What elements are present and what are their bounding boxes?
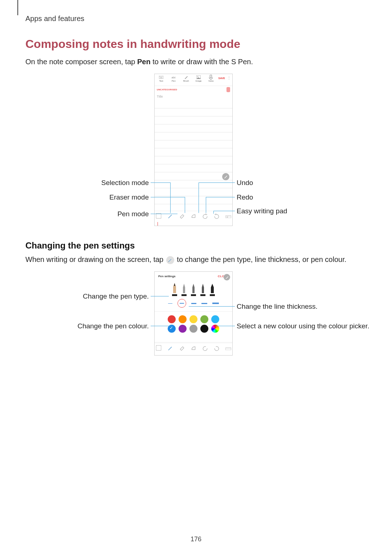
lead-line [185,197,185,213]
colour-red[interactable] [168,315,176,323]
pen-settings-header: Pen settings CLOSE [155,272,232,281]
pen-settings-title: Pen settings [158,275,176,278]
colour-row-2 [155,325,232,336]
intro-paragraph: On the note composer screen, tap Pen to … [25,57,367,67]
thickness-2-selected[interactable] [177,299,186,308]
pen-type-pen[interactable] [191,283,196,296]
toolbar-image[interactable]: Image [193,75,204,82]
svg-rect-0 [159,76,163,79]
pen-type-fountain[interactable] [172,283,177,296]
lead-line [151,214,177,214]
lead-line [206,197,206,213]
mic-icon [209,75,213,79]
figure-pen-settings: Pen settings CLOSE [25,271,367,362]
lead-line [213,211,235,211]
category-label[interactable]: UNCATEGORISED [157,89,177,91]
toolbar-text[interactable]: Text [155,75,167,82]
lead-line [170,182,171,213]
lead-line [215,326,235,326]
colour-lightblue[interactable] [211,315,219,323]
pen-fab-small[interactable] [224,274,230,280]
more-options-icon[interactable]: ⋮ [226,75,232,81]
breadcrumb: Apps and features [25,15,367,23]
svg-rect-1 [160,77,160,77]
redo-icon[interactable] [214,345,220,351]
colour-grey[interactable] [189,325,197,333]
title-input[interactable]: Title [155,93,232,100]
svg-rect-8 [210,75,212,78]
colour-orange[interactable] [179,315,187,323]
section-heading: Composing notes in handwriting mode [25,37,367,51]
pen-settings-icon[interactable] [167,345,173,351]
toolbar-brush-label: Brush [183,80,189,82]
save-button[interactable]: SAVE [217,75,226,81]
writing-canvas[interactable] [155,100,232,211]
brush-icon [184,75,188,79]
colour-purple[interactable] [179,325,187,333]
pen-fab[interactable] [222,173,229,180]
svg-rect-5 [160,78,162,78]
image-icon [196,75,201,79]
colour-green[interactable] [200,315,208,323]
thickness-1[interactable] [168,303,172,304]
redo-icon[interactable] [214,213,220,219]
eraser-icon[interactable] [179,213,185,219]
pen-type-marker[interactable] [209,283,215,296]
undo-icon[interactable] [202,345,208,351]
lead-line [199,182,199,213]
pin-icon[interactable] [226,87,230,92]
category-row: UNCATEGORISED [155,86,232,93]
intro-bold-pen: Pen [137,58,151,66]
svg-point-7 [197,76,198,77]
intro-text-before: On the note composer screen, tap [25,58,137,66]
thickness-3[interactable] [191,303,196,304]
callout-selection-mode: Selection mode [98,179,149,187]
toolbar-voice-label: Voice [208,80,214,82]
lead-line [213,211,214,214]
pen-type-pencil[interactable] [200,283,206,296]
shape-icon[interactable] [191,213,196,219]
bottom-toolbar-2 [155,343,232,353]
toolbar-pen[interactable]: abc Pen [168,75,179,82]
phone-screenshot-2: Pen settings CLOSE [154,271,233,356]
lead-line [199,182,235,183]
callout-pen-colour: Change the pen colour. [62,322,149,330]
callout-colour-picker: Select a new colour using the colour pic… [237,322,346,330]
svg-rect-13 [156,345,161,350]
writing-lines [155,336,232,343]
easy-writing-icon[interactable] [225,345,231,351]
toolbar-image-label: Image [196,80,202,82]
lead-line [151,197,185,197]
toolbar-pen-label: Pen [172,80,176,82]
figure-handwriting: Text abc Pen Brush Image Voice [25,74,367,230]
colour-black[interactable] [200,325,208,333]
pen-settings-inline-icon [166,256,174,264]
pen-type-row [155,281,232,297]
para2-after: to change the pen type, line thickness, … [175,255,347,263]
svg-text:aI: aI [226,216,228,218]
pensettings-paragraph: When writing or drawing on the screen, t… [25,254,367,265]
undo-icon[interactable] [202,213,208,219]
colour-yellow[interactable] [189,315,197,323]
shape-icon[interactable] [191,345,196,351]
eraser-icon[interactable] [179,345,185,351]
callout-eraser-mode: Eraser mode [98,193,149,201]
bottom-toolbar: aI [155,211,232,221]
callout-pen-mode: Pen mode [98,210,149,218]
svg-rect-3 [161,77,162,77]
easy-writing-icon[interactable]: aI [225,213,231,219]
lead-line [151,326,172,326]
toolbar-text-label: Text [159,80,163,82]
pen-type-calligraphy[interactable] [181,283,187,296]
svg-rect-2 [160,77,161,77]
lead-line [189,306,235,307]
toolbar-brush[interactable]: Brush [180,75,192,82]
callout-pen-type: Change the pen type. [73,292,149,300]
selection-icon[interactable] [156,345,162,351]
callout-line-thickness: Change the line thickness. [237,303,318,311]
thickness-5[interactable] [212,303,219,304]
intro-text-after: to write or draw with the S Pen. [151,58,253,66]
thickness-4[interactable] [201,303,207,304]
phone-screenshot-1: Text abc Pen Brush Image Voice [154,74,233,226]
toolbar-voice[interactable]: Voice [205,75,217,82]
